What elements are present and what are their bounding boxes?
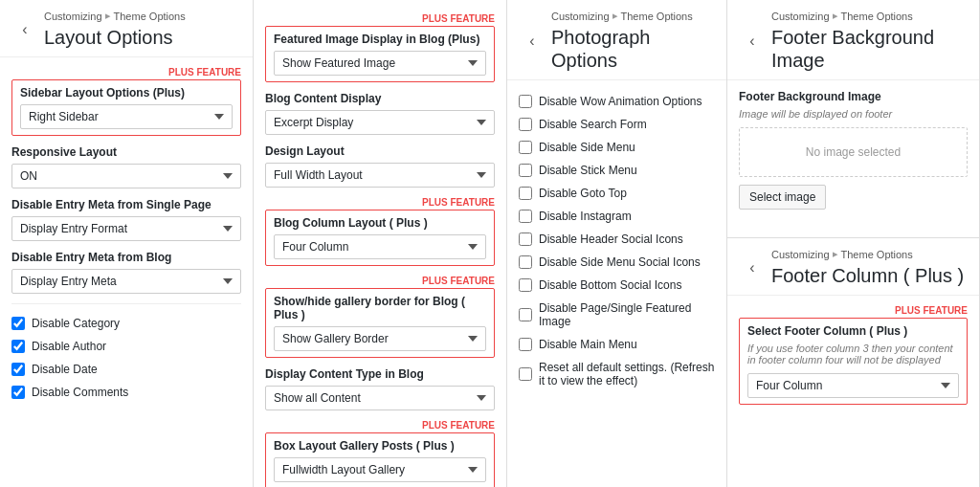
plus-badge-box: PLUS FEATURE	[265, 420, 495, 431]
panel4b-body: PLUS FEATURE Select Footer Column ( Plus…	[727, 296, 979, 424]
disable-entry-meta-single-select[interactable]: Display Entry Format Hide Entry Format	[11, 216, 241, 241]
checkbox-disable-stick-menu: Disable Stick Menu	[519, 159, 715, 182]
disable-stick-menu-checkbox[interactable]	[519, 164, 532, 177]
footer-column-label: Select Footer Column ( Plus )	[747, 324, 959, 338]
panel1-title: Layout Options	[44, 26, 186, 49]
content-type-label: Display Content Type in Blog	[265, 367, 495, 381]
plus-badge-featured: PLUS FEATURE	[265, 13, 495, 24]
disable-entry-meta-single-label: Disable Entry Meta from Single Page	[11, 198, 241, 211]
featured-image-label: Featured Image Display in Blog (Plus)	[274, 33, 486, 46]
disable-search-checkbox[interactable]	[519, 118, 532, 131]
box-layout-group: Box Layout Gallery Posts ( Plus ) Fullwi…	[265, 432, 495, 487]
disable-side-menu-social-checkbox[interactable]	[519, 255, 532, 269]
disable-wow-checkbox[interactable]	[519, 95, 532, 108]
panel1-body: PLUS FEATURE Sidebar Layout Options (Plu…	[0, 57, 253, 413]
panel1-breadcrumb: Customizing ▸ Theme Options	[44, 10, 186, 22]
checkbox-disable-instagram: Disable Instagram	[519, 205, 715, 228]
responsive-layout-select[interactable]: ON OFF	[11, 164, 241, 188]
footer-bg-image-panel: ‹ Customizing ▸ Theme Options Footer Bac…	[727, 0, 980, 238]
blog-content-select[interactable]: Excerpt Display Full Content	[265, 110, 495, 135]
panel3-title: Photograph Options	[551, 26, 715, 72]
reset-settings-checkbox[interactable]	[519, 367, 532, 381]
gallery-border-select[interactable]: Show Gallery Border Hide Gallery Border	[274, 326, 486, 351]
checkbox-disable-goto-top: Disable Goto Top	[519, 182, 715, 205]
panel4a-body: Footer Background Image Image will be di…	[727, 80, 979, 219]
blog-content-label: Blog Content Display	[265, 92, 495, 105]
design-layout-label: Design Layout	[265, 144, 495, 158]
select-image-button[interactable]: Select image	[739, 185, 826, 210]
disable-entry-meta-blog-select[interactable]: Display Entry Meta Hide Entry Meta	[11, 269, 241, 294]
disable-header-social-checkbox[interactable]	[519, 232, 532, 246]
footer-column-panel: ‹ Customizing ▸ Theme Options Footer Col…	[727, 238, 980, 487]
blog-options-panel: PLUS FEATURE Featured Image Display in B…	[254, 0, 507, 487]
divider1	[11, 303, 241, 304]
design-layout-select[interactable]: Full Width Layout Boxed Layout	[265, 163, 495, 188]
panel4a-back-button[interactable]: ‹	[739, 28, 766, 55]
checkbox-disable-side-menu: Disable Side Menu	[519, 136, 715, 159]
checkbox-reset-settings: Reset all default settings. (Refresh it …	[519, 356, 715, 392]
plus-badge-gallery: PLUS FEATURE	[265, 276, 495, 286]
plus-badge-column: PLUS FEATURE	[265, 197, 495, 208]
footer-column-select[interactable]: Four Column Three Column Two Column One …	[747, 373, 959, 398]
panel3-header: ‹ Customizing ▸ Theme Options Photograph…	[507, 0, 726, 80]
panel4b-header: ‹ Customizing ▸ Theme Options Footer Col…	[727, 238, 979, 296]
footer-column-group: Select Footer Column ( Plus ) If you use…	[739, 318, 968, 405]
panel4a-header: ‹ Customizing ▸ Theme Options Footer Bac…	[727, 0, 979, 80]
disable-entry-meta-blog-label: Disable Entry Meta from Blog	[11, 251, 241, 264]
disable-comments-checkbox[interactable]	[11, 386, 25, 399]
content-type-group: Display Content Type in Blog Show all Co…	[265, 367, 495, 410]
disable-instagram-checkbox[interactable]	[519, 210, 532, 223]
design-layout-group: Design Layout Full Width Layout Boxed La…	[265, 144, 495, 188]
panel3-body: Disable Wow Animation Options Disable Se…	[507, 80, 726, 402]
panel3-back-button[interactable]: ‹	[519, 28, 546, 55]
responsive-layout-group: Responsive Layout ON OFF	[11, 145, 241, 188]
sidebar-layout-label: Sidebar Layout Options (Plus)	[20, 86, 233, 100]
disable-bottom-social-checkbox[interactable]	[519, 278, 532, 292]
blog-column-select[interactable]: Four Column Three Column Two Column One …	[274, 234, 486, 259]
disable-goto-top-checkbox[interactable]	[519, 187, 532, 200]
checkbox-disable-comments: Disable Comments	[11, 381, 241, 404]
featured-image-select[interactable]: Show Featured Image Hide Featured Image	[274, 51, 486, 76]
sidebar-layout-group: Sidebar Layout Options (Plus) Right Side…	[11, 79, 241, 136]
checkbox-disable-main-menu: Disable Main Menu	[519, 333, 715, 356]
footer-bg-image-label: Footer Background Image	[739, 90, 968, 103]
panel4b-title: Footer Column ( Plus )	[771, 264, 964, 287]
plus-badge-footer: PLUS FEATURE	[739, 305, 968, 316]
checkbox-disable-search: Disable Search Form	[519, 113, 715, 136]
panel1-header: ‹ Customizing ▸ Theme Options Layout Opt…	[0, 0, 253, 57]
disable-entry-meta-single-group: Disable Entry Meta from Single Page Disp…	[11, 198, 241, 241]
gallery-border-group: Show/hide gallery border for Blog ( Plus…	[265, 288, 495, 358]
disable-author-checkbox[interactable]	[11, 340, 25, 353]
disable-entry-meta-blog-group: Disable Entry Meta from Blog Display Ent…	[11, 251, 241, 294]
featured-image-group: Featured Image Display in Blog (Plus) Sh…	[265, 26, 495, 82]
footer-column-desc: If you use footer column 3 then your con…	[747, 343, 959, 365]
gallery-border-label: Show/hide gallery border for Blog ( Plus…	[274, 295, 486, 321]
blog-column-group: Blog Column Layout ( Plus ) Four Column …	[265, 210, 495, 266]
layout-options-panel: ‹ Customizing ▸ Theme Options Layout Opt…	[0, 0, 254, 487]
checkbox-disable-category: Disable Category	[11, 312, 241, 335]
disable-category-checkbox[interactable]	[11, 317, 25, 330]
blog-content-group: Blog Content Display Excerpt Display Ful…	[265, 92, 495, 135]
checkbox-disable-header-social: Disable Header Social Icons	[519, 228, 715, 251]
disable-side-menu-checkbox[interactable]	[519, 141, 532, 154]
checkbox-disable-page-featured: Disable Page/Single Featured Image	[519, 297, 715, 333]
blog-column-label: Blog Column Layout ( Plus )	[274, 216, 486, 230]
content-type-select[interactable]: Show all Content Show Images Only	[265, 386, 495, 410]
disable-main-menu-checkbox[interactable]	[519, 338, 532, 351]
disable-page-featured-checkbox[interactable]	[519, 308, 532, 321]
checkbox-disable-wow: Disable Wow Animation Options	[519, 90, 715, 113]
panel4a-breadcrumb: Customizing ▸ Theme Options	[771, 10, 968, 22]
plus-badge-sidebar: PLUS FEATURE	[11, 67, 241, 77]
sidebar-layout-select[interactable]: Right Sidebar	[20, 104, 233, 129]
photograph-options-panel: ‹ Customizing ▸ Theme Options Photograph…	[507, 0, 727, 487]
disable-date-checkbox[interactable]	[11, 363, 25, 376]
checkbox-disable-bottom-social: Disable Bottom Social Icons	[519, 274, 715, 297]
panel4b-back-button[interactable]: ‹	[739, 255, 766, 281]
panel1-back-button[interactable]: ‹	[11, 16, 38, 43]
checkbox-disable-author: Disable Author	[11, 335, 241, 358]
panel2-body: PLUS FEATURE Featured Image Display in B…	[254, 0, 506, 487]
box-layout-select[interactable]: Fullwidth Layout Gallery Boxed Layout Ga…	[274, 457, 486, 482]
responsive-layout-label: Responsive Layout	[11, 145, 241, 159]
panel4b-breadcrumb: Customizing ▸ Theme Options	[771, 248, 964, 260]
right-panels-wrapper: ‹ Customizing ▸ Theme Options Footer Bac…	[727, 0, 980, 487]
